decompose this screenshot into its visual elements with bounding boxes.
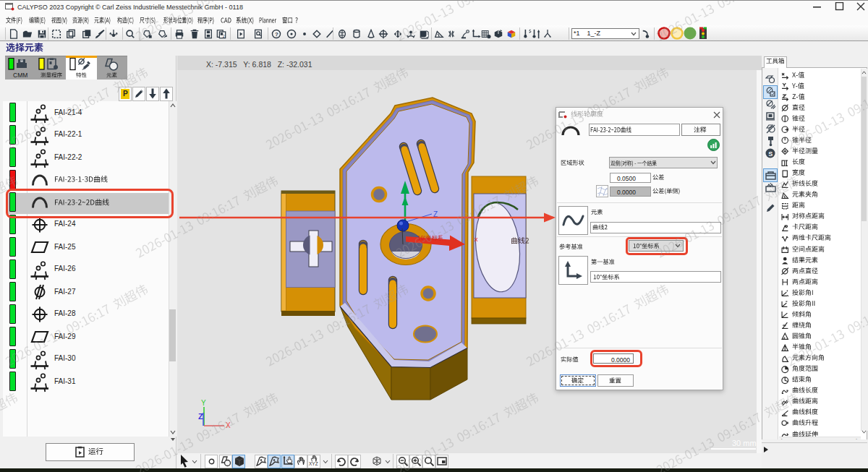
svg-text:2: 2: [223, 34, 225, 38]
svg-text:S: S: [768, 150, 773, 158]
svg-text:X: X: [226, 421, 231, 429]
svg-text:?: ?: [275, 31, 278, 38]
svg-text:Y: Y: [201, 399, 206, 407]
svg-text:Z: Z: [198, 412, 203, 421]
